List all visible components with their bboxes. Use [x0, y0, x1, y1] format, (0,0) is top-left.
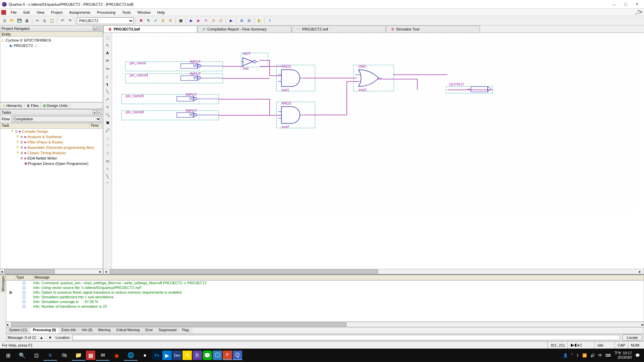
ime-icon[interactable]: 中 [598, 353, 602, 358]
wifi-icon[interactable]: 📶 [582, 353, 587, 358]
tasks-pin-icon[interactable]: ▴ [93, 110, 97, 114]
tasks-grid[interactable]: Task Time ?⊟▶Compile Design?⊞▶Analysis &… [0, 123, 103, 269]
keyboard-icon[interactable]: ⌨ [605, 353, 611, 358]
app7-icon[interactable]: 🖵 [213, 351, 222, 360]
menu-assignments[interactable]: Assignments [66, 10, 94, 15]
msg-tab[interactable]: Flag [179, 327, 192, 334]
assign-icon[interactable]: ✖ [138, 17, 144, 24]
flow-combo[interactable]: Compilation [12, 116, 101, 122]
search-icon[interactable]: 🔍 [15, 350, 29, 361]
rect-icon[interactable]: ▭ [104, 158, 111, 164]
block-tool-icon[interactable]: ▭ [104, 65, 111, 72]
app2-icon[interactable]: ◉ [110, 350, 123, 361]
oval-icon[interactable]: ○ [104, 165, 111, 172]
play2-icon[interactable]: ▶ [195, 17, 202, 24]
msg-up-icon[interactable]: ▲ [38, 334, 45, 341]
flip-v-icon[interactable]: ▽ [104, 142, 111, 149]
zoom-icon[interactable]: 🔍 [104, 111, 111, 118]
powerpoint-icon[interactable]: P [223, 351, 232, 360]
fullscreen-icon[interactable]: ▣ [104, 119, 111, 126]
volume-icon[interactable]: 🔊 [590, 353, 595, 358]
app6-icon[interactable]: ✎ [182, 351, 192, 360]
menu-tools[interactable]: Tools [119, 10, 134, 15]
messages-hscroll[interactable]: ◂▸ [6, 322, 644, 327]
location-input[interactable] [72, 335, 620, 340]
menu-window[interactable]: Window [134, 10, 154, 15]
tab-project2-bdf[interactable]: 🗎PROJECT2.bdf [103, 25, 197, 33]
nav-close-icon[interactable]: × [97, 26, 101, 31]
bluetooth-icon[interactable]: ᛒ [577, 353, 579, 357]
rotate-icon[interactable]: ⟲ [104, 150, 111, 157]
tasks-close-icon[interactable]: × [97, 110, 101, 114]
pointer-tool-icon[interactable]: ↖ [104, 42, 111, 49]
locate-button[interactable]: Locate [622, 335, 642, 341]
tool1-icon[interactable]: ⊞ [238, 17, 245, 24]
help-icon[interactable]: ? [266, 17, 273, 24]
msg-tab[interactable]: Processing (8) [30, 327, 59, 334]
app1-icon[interactable]: ▦ [86, 351, 95, 360]
app5-icon[interactable]: Dev [172, 351, 182, 360]
task-row[interactable]: ?⊞▶Classic Timing Analysis [0, 150, 103, 156]
task-row[interactable]: ?⊞▶Analysis & Synthesis [0, 134, 103, 139]
select-tool-icon[interactable]: ⬚ [104, 34, 111, 41]
sim-icon[interactable]: ▶ [228, 17, 234, 24]
close-button[interactable]: ✕ [632, 1, 642, 7]
tool3-icon[interactable]: ◧ [256, 17, 263, 24]
notifications-icon[interactable]: 💬 [635, 353, 640, 358]
project-combo[interactable]: PROJECT2 [77, 17, 134, 24]
line-icon[interactable]: ╲ [104, 173, 111, 180]
messages-label[interactable]: Messages [1, 275, 6, 292]
open-icon[interactable]: 📂 [9, 17, 15, 24]
copy-icon[interactable]: ⎘ [41, 17, 48, 24]
menu-edit[interactable]: Edit [20, 10, 33, 15]
minimize-button[interactable]: — [609, 1, 619, 7]
partial-icon[interactable]: ⊹ [104, 104, 111, 110]
task-row[interactable]: ⊞▶EDA Netlist Writer [0, 156, 103, 161]
store-icon[interactable]: 🛍 [58, 350, 71, 361]
quartus-icon[interactable]: Q [233, 351, 242, 360]
paste-icon[interactable]: 📋 [49, 17, 55, 24]
msg-tab[interactable]: Info (8) [79, 327, 96, 334]
tasks-hscroll[interactable]: ◂▸ [0, 269, 103, 274]
gear1-icon[interactable]: ⚙ [160, 17, 166, 24]
rubber-icon[interactable]: ⤢ [104, 96, 111, 103]
new-icon[interactable]: 🗋 [1, 17, 8, 24]
check-icon[interactable]: ✔ [152, 17, 159, 24]
schematic-canvas[interactable]: pin_name INPUT VCC pin_name4 INPUT VCC p… [112, 33, 644, 269]
chip-icon[interactable]: ▦ [177, 17, 184, 24]
mail-icon[interactable]: ✉ [96, 350, 109, 361]
explorer-icon[interactable]: 📁 [72, 350, 85, 361]
tab-project2-vwf[interactable]: 〰PROJECT2.vwf [292, 25, 386, 33]
msg-tab[interactable]: Error [143, 327, 156, 334]
diag-line-icon[interactable]: ╲ [104, 88, 111, 95]
nav-pin-icon[interactable]: ▴ [93, 26, 97, 31]
print-icon[interactable]: 🖶 [23, 17, 30, 24]
timer-icon[interactable]: ⏱ [210, 17, 217, 24]
message-row[interactable]: ⓘInfo: Using vector source file "c:/alte… [6, 285, 644, 290]
task-row[interactable]: ?⊟▶Compile Design [0, 129, 103, 134]
app4-icon[interactable]: ▶ [162, 351, 172, 360]
menu-project[interactable]: Project [48, 10, 66, 15]
canvas-hscroll[interactable]: ◂▸ [103, 269, 644, 274]
play3-icon[interactable]: ↻ [203, 17, 209, 24]
edge-icon[interactable]: e [44, 350, 57, 361]
msg-down-icon[interactable]: ▼ [47, 334, 53, 341]
cut-icon[interactable]: ✂ [34, 17, 41, 24]
clock[interactable]: 下午 10:17 2019/3/2 [614, 351, 632, 360]
text-tool-icon[interactable]: A [104, 50, 111, 56]
twitch-icon[interactable]: ⎘ [193, 351, 202, 360]
task-view-icon[interactable]: ⊡ [30, 350, 43, 361]
task-row[interactable]: ⬣Program Device (Open Programmer) [0, 161, 103, 166]
message-row[interactable]: ⓘInfo: Command: quartus_sim --read_setti… [6, 281, 644, 285]
tab-design-units[interactable]: ⊞Design Units [41, 103, 70, 109]
tab-files[interactable]: 🗎Files [24, 103, 41, 109]
menu-help[interactable]: Help [154, 10, 168, 15]
gear2-icon[interactable]: ⚙ [167, 17, 174, 24]
msg-tab[interactable]: Warning [95, 327, 113, 334]
mdi-close[interactable]: × [641, 10, 643, 14]
tab-hierarchy[interactable]: ⚠Hierarchy [0, 103, 24, 109]
save-icon[interactable]: 💾 [16, 17, 23, 24]
chrome-icon[interactable]: 🌐 [124, 350, 138, 361]
flip-h-icon[interactable]: △ [104, 134, 111, 141]
ortho-line-icon[interactable]: ┐ [104, 73, 111, 79]
